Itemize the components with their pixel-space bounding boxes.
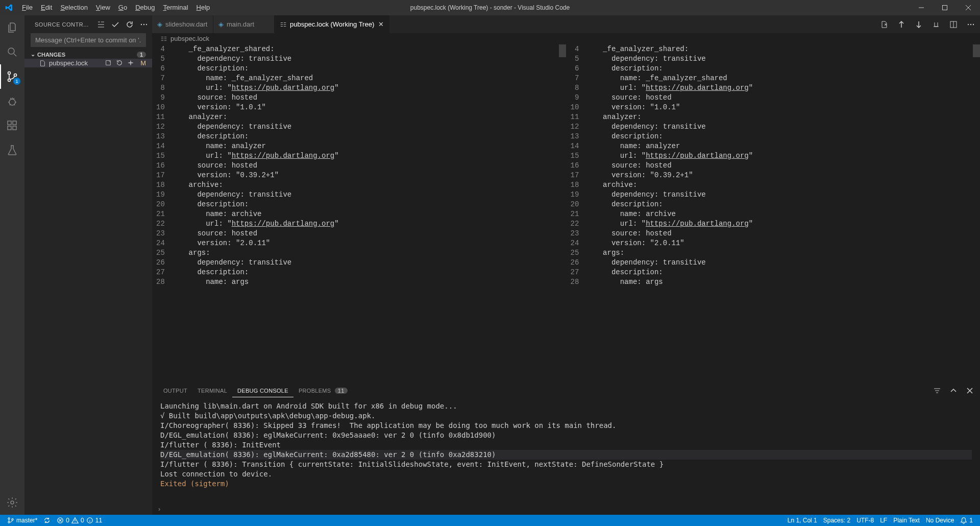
stage-plus-icon[interactable] [127, 59, 134, 67]
svg-point-3 [8, 79, 11, 82]
menu-go[interactable]: Go [114, 0, 131, 15]
svg-point-16 [970, 23, 971, 25]
menu-view[interactable]: View [92, 0, 114, 15]
line-numbers: 4567891011121314151617181920212223242526… [567, 44, 589, 382]
tab-main[interactable]: ◈ main.dart [213, 15, 275, 33]
tab-slideshow[interactable]: ◈ slideshow.dart [152, 15, 213, 33]
prev-change-icon[interactable] [897, 20, 905, 29]
menu-selection[interactable]: Selection [56, 0, 91, 15]
svg-point-15 [968, 23, 969, 25]
menu-file[interactable]: File [18, 0, 37, 15]
window-title: pubspec.lock (Working Tree) - sonder - V… [410, 4, 570, 11]
status-bar: master* 0 0 11 Ln 1, Col 1 Spaces: 2 UTF… [0, 515, 980, 526]
svg-point-18 [8, 518, 10, 519]
svg-point-13 [146, 23, 147, 25]
open-file-icon[interactable] [105, 59, 112, 67]
close-icon[interactable]: ✕ [378, 20, 384, 28]
status-problems[interactable]: 0 0 11 [54, 515, 105, 526]
change-status: M [140, 59, 146, 67]
problems-badge: 11 [335, 388, 348, 394]
more-actions-icon[interactable] [967, 20, 975, 29]
status-sync[interactable] [40, 515, 54, 526]
more-icon[interactable] [140, 20, 148, 29]
activity-explorer[interactable] [0, 15, 24, 40]
status-eol[interactable]: LF [877, 515, 890, 526]
sidebar-title: SOURCE CONTR... [35, 21, 89, 28]
status-encoding[interactable]: UTF-8 [853, 515, 877, 526]
close-panel-icon[interactable] [966, 387, 974, 395]
changes-section-header[interactable]: ⌄ CHANGES 1 [24, 50, 152, 59]
titlebar: File Edit Selection View Go Debug Termin… [0, 0, 980, 15]
change-item[interactable]: pubspec.lock M [24, 59, 152, 67]
status-device[interactable]: No Device [923, 515, 957, 526]
editor-pane-modified[interactable]: 4567891011121314151617181920212223242526… [566, 44, 981, 382]
panel-tab-debug-console[interactable]: DEBUG CONSOLE [232, 385, 293, 397]
menu-debug[interactable]: Debug [131, 0, 159, 15]
panel-tab-problems[interactable]: PROBLEMS 11 [293, 385, 353, 397]
tab-label: main.dart [227, 20, 254, 28]
activity-search[interactable] [0, 40, 24, 64]
activity-settings[interactable] [0, 490, 24, 515]
activity-scm[interactable]: 1 [0, 64, 24, 89]
chevron-down-icon: ⌄ [31, 51, 35, 58]
editor-area: ◈ slideshow.dart ◈ main.dart pubspec.loc… [152, 15, 980, 515]
view-tree-icon[interactable] [97, 20, 105, 29]
activity-flask[interactable] [0, 138, 24, 162]
line-numbers: 4567891011121314151617181920212223242526… [152, 44, 174, 382]
minimize-button[interactable] [910, 0, 933, 15]
menu-terminal[interactable]: Terminal [159, 0, 192, 15]
tab-pubspec-lock[interactable]: pubspec.lock (Working Tree) ✕ [275, 15, 389, 33]
sidebar: SOURCE CONTR... ⌄ CHANGES 1 pubspec.lock… [24, 15, 152, 515]
editor-tabs: ◈ slideshow.dart ◈ main.dart pubspec.loc… [152, 15, 980, 33]
editor-scrollbar[interactable] [559, 44, 566, 382]
bottom-panel: OUTPUT TERMINAL DEBUG CONSOLE PROBLEMS 1… [152, 382, 980, 515]
commit-check-icon[interactable] [111, 20, 119, 29]
next-change-icon[interactable] [915, 20, 923, 29]
breadcrumb-file: pubspec.lock [170, 35, 209, 42]
close-button[interactable] [957, 0, 980, 15]
editor-scrollbar[interactable] [973, 44, 980, 382]
menu-help[interactable]: Help [192, 0, 214, 15]
svg-point-20 [12, 519, 13, 520]
svg-point-12 [143, 23, 144, 25]
status-notifications[interactable]: 1 [957, 515, 976, 526]
code-content[interactable]: _fe_analyzer_shared: dependency: transit… [588, 44, 980, 382]
file-icon [39, 60, 46, 67]
chevron-up-icon[interactable] [949, 387, 958, 395]
discard-icon[interactable] [116, 59, 123, 67]
activity-bar: 1 [0, 15, 24, 515]
svg-point-10 [11, 501, 14, 504]
status-language[interactable]: Plain Text [890, 515, 923, 526]
status-spaces[interactable]: Spaces: 2 [820, 515, 853, 526]
svg-rect-8 [13, 126, 16, 130]
editor-pane-original[interactable]: 4567891011121314151617181920212223242526… [152, 44, 566, 382]
filter-icon[interactable] [933, 387, 941, 395]
activity-extensions[interactable] [0, 113, 24, 138]
breadcrumb[interactable]: pubspec.lock [152, 33, 980, 44]
status-ln-col[interactable]: Ln 1, Col 1 [785, 515, 820, 526]
code-content[interactable]: _fe_analyzer_shared: dependency: transit… [174, 44, 566, 382]
svg-rect-9 [13, 121, 16, 125]
changes-label: CHANGES [37, 52, 65, 58]
debug-console-input[interactable]: › [152, 503, 980, 515]
debug-console-output[interactable]: Launching lib\main.dart on Android SDK b… [152, 399, 980, 503]
dart-icon: ◈ [157, 20, 162, 28]
chevron-right-icon: › [158, 505, 160, 513]
whitespace-icon[interactable] [932, 20, 940, 29]
file-icon [160, 35, 167, 42]
svg-point-4 [14, 74, 17, 77]
status-branch[interactable]: master* [4, 515, 40, 526]
go-to-file-icon[interactable] [880, 20, 888, 29]
panel-tab-terminal[interactable]: TERMINAL [192, 385, 232, 397]
refresh-icon[interactable] [126, 20, 134, 29]
svg-point-19 [8, 521, 10, 523]
maximize-button[interactable] [933, 0, 957, 15]
menu-edit[interactable]: Edit [37, 0, 56, 15]
panel-tab-output[interactable]: OUTPUT [158, 385, 192, 397]
split-editor-icon[interactable] [949, 20, 958, 29]
svg-point-1 [8, 48, 14, 54]
dart-icon: ◈ [218, 20, 224, 28]
svg-point-2 [8, 72, 11, 75]
commit-message-input[interactable] [31, 33, 146, 47]
activity-debug[interactable] [0, 89, 24, 113]
